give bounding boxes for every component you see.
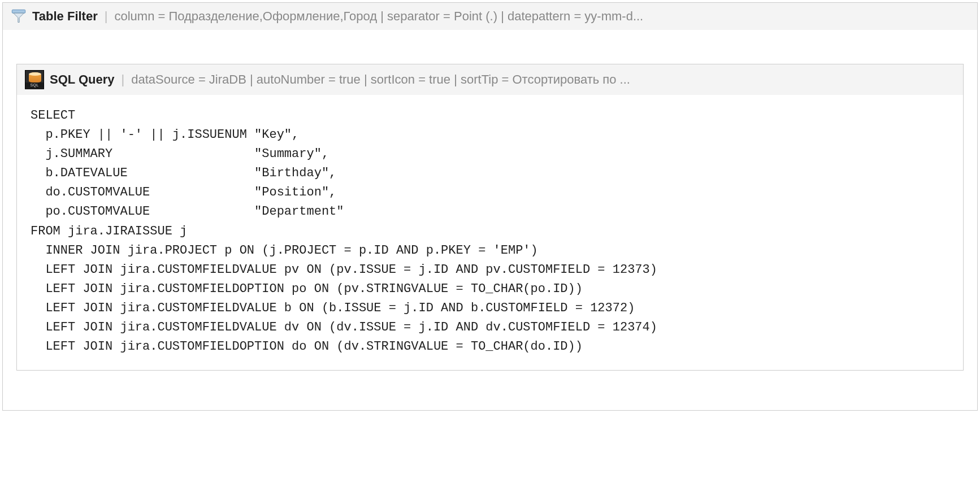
table-filter-title: Table Filter <box>32 9 98 24</box>
svg-rect-0 <box>12 10 25 13</box>
table-filter-macro-panel[interactable]: Table Filter | column = Подразделение,Оф… <box>2 2 978 411</box>
database-icon: SQL <box>25 70 44 89</box>
separator: | <box>105 9 108 24</box>
sql-query-header[interactable]: SQL SQL Query | dataSource = JiraDB | au… <box>17 64 963 95</box>
filter-icon <box>11 8 27 24</box>
table-filter-body: SQL SQL Query | dataSource = JiraDB | au… <box>3 30 977 410</box>
sql-query-body: SELECT p.PKEY || '-' || j.ISSUENUM "Key"… <box>17 95 963 370</box>
sql-query-params: dataSource = JiraDB | autoNumber = true … <box>131 72 630 87</box>
sql-query-macro-panel[interactable]: SQL SQL Query | dataSource = JiraDB | au… <box>16 64 964 371</box>
table-filter-header[interactable]: Table Filter | column = Подразделение,Оф… <box>3 3 977 30</box>
table-filter-params: column = Подразделение,Оформление,Город … <box>114 9 643 24</box>
sql-code-block[interactable]: SELECT p.PKEY || '-' || j.ISSUENUM "Key"… <box>31 106 949 356</box>
separator: | <box>122 72 125 87</box>
sql-query-title: SQL Query <box>50 72 115 87</box>
